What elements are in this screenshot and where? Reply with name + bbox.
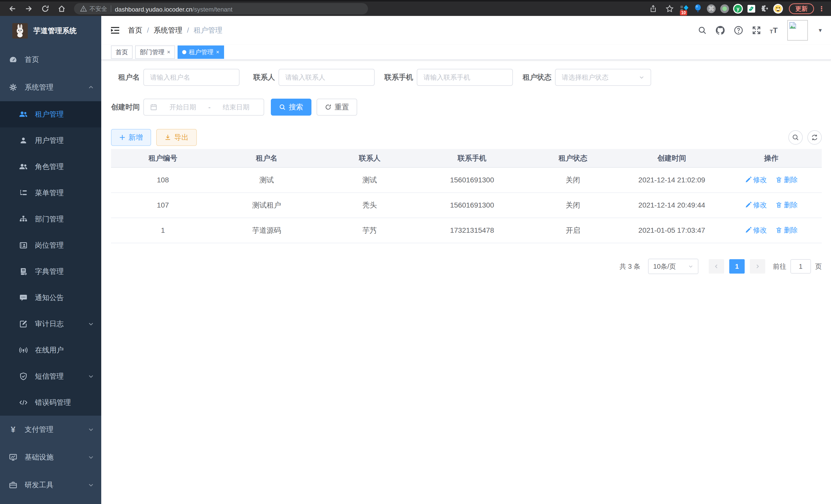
edit-link[interactable]: 修改 bbox=[745, 200, 767, 210]
system-submenu: 租户管理 用户管理 角色管理 菜单管理 bbox=[0, 101, 101, 416]
chevron-down-icon bbox=[88, 454, 94, 460]
sidebar-item-label: 研发工具 bbox=[25, 480, 53, 490]
app-logo-row[interactable]: 芋道管理系统 bbox=[0, 16, 101, 46]
contact-input[interactable] bbox=[285, 73, 368, 82]
cell-created: 2021-12-14 21:02:09 bbox=[623, 168, 721, 192]
edit-link[interactable]: 修改 bbox=[745, 175, 767, 184]
active-tab-dot bbox=[182, 50, 186, 54]
delete-link[interactable]: 删除 bbox=[775, 200, 798, 210]
sidebar-item-dept[interactable]: 部门管理 bbox=[0, 206, 101, 232]
reset-button[interactable]: 重置 bbox=[317, 99, 357, 116]
delete-link[interactable]: 删除 bbox=[775, 226, 798, 235]
page-header: 首页 / 系统管理 / 租户管理 TT bbox=[101, 16, 831, 45]
tab-label: 首页 bbox=[116, 48, 128, 56]
help-icon[interactable] bbox=[734, 26, 743, 35]
tags-view-bar: 首页 部门管理 × 租户管理 × bbox=[101, 45, 831, 60]
cell-status: 开启 bbox=[523, 218, 623, 243]
date-separator: - bbox=[208, 103, 211, 111]
prev-page-button[interactable] bbox=[709, 259, 724, 274]
sidebar-item-tenant[interactable]: 租户管理 bbox=[0, 101, 101, 127]
table-row: 1 芋道源码 芋艿 17321315478 开启 2021-01-05 17:0… bbox=[111, 218, 822, 243]
refresh-table-button[interactable] bbox=[807, 130, 822, 145]
reload-icon[interactable] bbox=[38, 3, 52, 15]
extension-balloon-icon[interactable] bbox=[692, 3, 704, 14]
mobile-input[interactable] bbox=[424, 73, 506, 82]
share-icon[interactable] bbox=[646, 3, 660, 15]
breadcrumb-system[interactable]: 系统管理 bbox=[154, 25, 182, 35]
cell-name: 测试租户 bbox=[215, 192, 319, 218]
sidebar-item-post[interactable]: 岗位管理 bbox=[0, 232, 101, 259]
goto-page-input[interactable] bbox=[791, 259, 811, 274]
tenant-name-input-wrap bbox=[143, 69, 239, 86]
back-icon[interactable] bbox=[5, 3, 20, 15]
home-icon[interactable] bbox=[55, 3, 69, 15]
sidebar-collapse-icon[interactable] bbox=[111, 26, 120, 34]
delete-link[interactable]: 删除 bbox=[775, 175, 798, 184]
extension-blue-diamond-icon[interactable]: 10 bbox=[679, 3, 690, 14]
export-button[interactable]: 导出 bbox=[156, 129, 197, 146]
fullscreen-icon[interactable] bbox=[752, 26, 761, 35]
sidebar-item-dict[interactable]: 字典管理 bbox=[0, 259, 101, 285]
add-button[interactable]: 新增 bbox=[111, 129, 151, 146]
sidebar-item-user[interactable]: 用户管理 bbox=[0, 127, 101, 154]
security-status[interactable]: 不安全 bbox=[80, 5, 107, 13]
extension-chat-icon[interactable] bbox=[746, 3, 757, 14]
page-number-current[interactable]: 1 bbox=[729, 259, 745, 274]
chrome-update-button[interactable]: 更新 bbox=[789, 3, 814, 14]
tab-dept[interactable]: 部门管理 × bbox=[135, 46, 175, 59]
tenant-users-icon bbox=[19, 110, 28, 118]
edit-link[interactable]: 修改 bbox=[745, 226, 767, 235]
col-status: 租户状态 bbox=[523, 149, 623, 168]
col-tenant-id: 租户编号 bbox=[111, 149, 215, 168]
sidebar-item-menu[interactable]: 菜单管理 bbox=[0, 180, 101, 206]
github-icon[interactable] bbox=[715, 25, 725, 35]
tab-label: 部门管理 bbox=[140, 48, 165, 56]
sidebar-item-audit-log[interactable]: 审计日志 bbox=[0, 311, 101, 337]
address-bar[interactable]: 不安全 dashboard.yudao.iocoder.cn/system/te… bbox=[74, 3, 368, 14]
caret-down-icon[interactable]: ▼ bbox=[818, 28, 823, 33]
sidebar-item-online-users[interactable]: 在线用户 bbox=[0, 337, 101, 363]
page-size-select[interactable]: 10条/页 bbox=[648, 259, 698, 274]
sidebar-item-infrastructure[interactable]: 基础设施 bbox=[0, 443, 101, 471]
next-page-button[interactable] bbox=[750, 259, 765, 274]
sidebar-item-error-code[interactable]: 错误码管理 bbox=[0, 389, 101, 416]
extension-y-icon[interactable]: y bbox=[732, 3, 744, 14]
forward-icon[interactable] bbox=[22, 3, 36, 15]
chevron-down-icon bbox=[88, 426, 94, 433]
tenant-name-input[interactable] bbox=[150, 73, 233, 82]
refresh-icon bbox=[811, 134, 818, 141]
tenant-table: 租户编号 租户名 联系人 联系手机 租户状态 创建时间 操作 108 测试 测试 bbox=[111, 149, 822, 243]
tab-close-icon[interactable]: × bbox=[216, 49, 220, 56]
tab-close-icon[interactable]: × bbox=[167, 49, 170, 56]
sidebar-item-notice[interactable]: 通知公告 bbox=[0, 285, 101, 311]
sidebar-item-sms[interactable]: 短信管理 bbox=[0, 363, 101, 389]
trash-icon bbox=[775, 227, 782, 234]
sidebar-item-home[interactable]: 首页 bbox=[0, 46, 101, 73]
sidebar-item-role[interactable]: 角色管理 bbox=[0, 154, 101, 180]
search-icon[interactable] bbox=[698, 26, 707, 35]
profile-emoji-icon[interactable] bbox=[772, 3, 784, 14]
sidebar-item-dev-tools[interactable]: 研发工具 bbox=[0, 471, 101, 499]
tenant-page-content: 租户名 联系人 联系手机 租户状态 请选择租户状态 创建时间 开始日期 - 结束… bbox=[101, 60, 831, 504]
extensions-puzzle-icon[interactable] bbox=[759, 3, 770, 14]
avatar[interactable] bbox=[787, 20, 808, 40]
menu-tree-icon bbox=[19, 189, 28, 197]
plus-icon bbox=[119, 135, 125, 141]
goto-label: 前往 bbox=[773, 262, 786, 271]
create-time-range-picker[interactable]: 开始日期 - 结束日期 bbox=[143, 99, 264, 116]
sidebar-item-system[interactable]: 系统管理 bbox=[0, 73, 101, 101]
kebab-menu-icon[interactable]: ⋮ bbox=[818, 5, 825, 13]
sidebar-item-payment[interactable]: ¥ 支付管理 bbox=[0, 416, 101, 443]
sidebar-item-label: 字典管理 bbox=[35, 267, 64, 276]
breadcrumb: 首页 / 系统管理 / 租户管理 bbox=[128, 25, 223, 35]
show-search-toggle-button[interactable] bbox=[789, 130, 803, 145]
font-size-icon[interactable]: TT bbox=[770, 26, 778, 34]
extension-command-icon[interactable]: ⌘ bbox=[706, 3, 717, 14]
bookmark-star-icon[interactable] bbox=[662, 3, 677, 15]
status-select[interactable]: 请选择租户状态 bbox=[555, 69, 651, 86]
search-button[interactable]: 搜索 bbox=[271, 99, 311, 116]
extension-recorder-icon[interactable] bbox=[719, 3, 730, 14]
tab-home[interactable]: 首页 bbox=[111, 46, 133, 59]
tab-tenant[interactable]: 租户管理 × bbox=[177, 46, 224, 59]
breadcrumb-home[interactable]: 首页 bbox=[128, 25, 142, 35]
